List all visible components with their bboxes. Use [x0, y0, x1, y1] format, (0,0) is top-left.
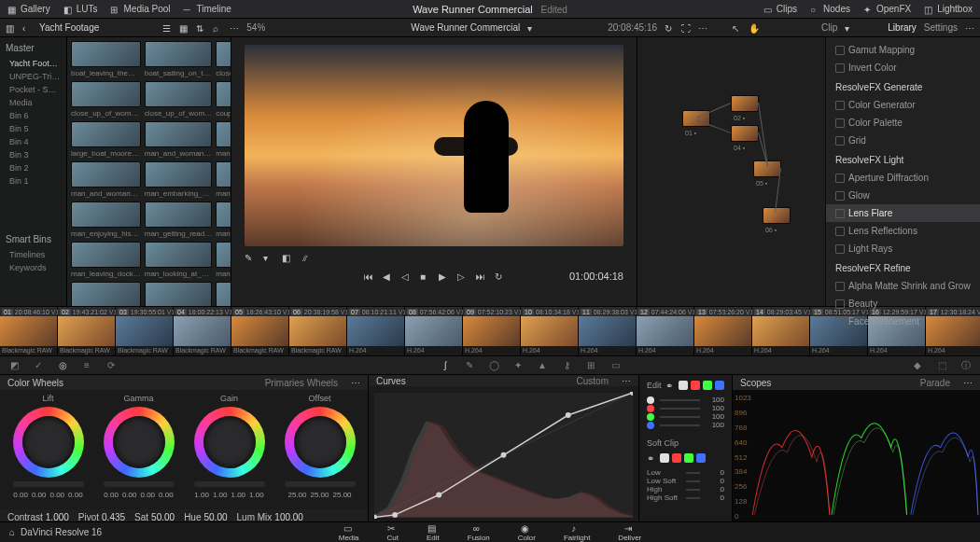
page-media[interactable]: ▭Media [339, 523, 359, 542]
loop-icon[interactable]: ↻ [665, 23, 674, 33]
smart-bin-item[interactable]: Keywords [6, 261, 61, 274]
tab-library[interactable]: Library [888, 22, 917, 33]
wipe-icon[interactable]: ◧ [282, 253, 291, 262]
reverse-play-icon[interactable]: ◁ [401, 271, 411, 281]
stop-icon[interactable]: ■ [420, 271, 429, 281]
curves-icon[interactable]: ∫ [439, 359, 452, 372]
fx-item[interactable]: Color Generator [826, 96, 980, 114]
motion-icon[interactable]: ⟳ [105, 359, 118, 372]
viewer-image[interactable] [245, 45, 623, 246]
wheel-param[interactable]: Sat50.00 [134, 512, 175, 522]
prev-frame-icon[interactable]: ◀ [383, 271, 392, 281]
tree-master[interactable]: Master [6, 43, 61, 53]
channel-chip[interactable] [696, 453, 706, 463]
wheel-param[interactable]: Lum Mix100.00 [237, 512, 303, 522]
strip-clip[interactable]: 1408:29:03:45V1H.264 [752, 307, 810, 355]
curve-intensity-slider[interactable]: 100 [647, 421, 724, 429]
media-thumb[interactable]: man_and_woman… [145, 121, 213, 158]
fx-item[interactable]: Lens Flare [826, 204, 980, 222]
tracker-icon[interactable]: ✦ [511, 359, 525, 372]
expand-icon[interactable]: ⛶ [681, 23, 691, 33]
keyframe-icon[interactable]: ◆ [911, 359, 924, 372]
media-thumb[interactable]: man_steering_wh… [216, 282, 231, 306]
curve-intensity-slider[interactable]: 100 [647, 396, 724, 404]
toolbar-clips[interactable]: ▭Clips [763, 4, 797, 14]
hand-icon[interactable]: ✋ [749, 23, 758, 33]
fx-item[interactable]: Color Palette [826, 114, 980, 132]
strip-clip[interactable]: 1108:29:38:03V1H.264 [579, 307, 637, 355]
split-icon[interactable]: ⫽ [301, 253, 310, 262]
strip-clip[interactable]: 0620:38:19:58V1Blackmagic RAW [289, 307, 347, 355]
tree-item[interactable]: Pocket - Surf Sh… [6, 83, 61, 96]
channel-chip[interactable] [679, 381, 688, 390]
wheel-ring[interactable] [285, 407, 356, 478]
wheel-slider[interactable] [13, 481, 84, 487]
toolbar-openfx[interactable]: ✦OpenFX [863, 4, 911, 14]
tree-item[interactable]: Bin 2 [6, 161, 61, 174]
wheel-param[interactable]: Pivot0.435 [78, 512, 125, 522]
more-icon[interactable]: ⋯ [963, 378, 973, 387]
softclip-row[interactable]: High Soft0 [647, 493, 724, 502]
media-thumb[interactable]: man_pulling_rope… [216, 242, 231, 278]
list-view-icon[interactable]: ☰ [162, 23, 172, 33]
page-edit[interactable]: ▤Edit [427, 523, 440, 542]
media-thumb[interactable]: close_up_of_wom… [71, 81, 141, 118]
softclip-row[interactable]: Low Soft0 [647, 477, 724, 485]
media-thumb[interactable]: man_sailing_in_th… [145, 282, 213, 306]
softclip-row[interactable]: Low0 [647, 468, 724, 477]
tree-item[interactable]: Yacht Footage [6, 57, 61, 70]
channel-chip[interactable] [703, 381, 712, 390]
sizing-icon[interactable]: ⊞ [584, 359, 597, 372]
qualifier-icon[interactable]: ✎ [463, 359, 476, 372]
strip-clip[interactable]: 0120:08:46:10V1Blackmagic RAW [0, 307, 58, 355]
toolbar-timeline[interactable]: ─Timeline [184, 4, 231, 14]
media-thumb[interactable]: man_getting_read… [145, 202, 213, 238]
wheel-center[interactable] [113, 416, 165, 468]
play-icon[interactable]: ▶ [439, 271, 448, 281]
strip-clip[interactable]: 0319:30:55:01V1Blackmagic RAW [116, 307, 174, 355]
more-icon[interactable]: ⋯ [622, 376, 631, 385]
picker-icon[interactable]: ✎ [245, 253, 254, 262]
media-thumb[interactable]: man_and_woman… [71, 161, 141, 198]
strip-clip[interactable]: 1008:10:34:18V1H.264 [521, 307, 579, 355]
curves-graph[interactable] [374, 392, 633, 519]
next-frame-icon[interactable]: ▷ [457, 271, 467, 281]
fx-item[interactable]: Face Refinement [826, 313, 980, 330]
media-thumb[interactable]: boat_sailing_on_t… [145, 41, 213, 77]
channel-chip[interactable] [660, 453, 669, 463]
node-mode[interactable]: Clip [821, 22, 837, 33]
fx-item[interactable]: Aperture Diffraction [826, 169, 980, 187]
info-icon[interactable]: ⓘ [959, 359, 973, 372]
media-thumb[interactable]: man_enjoying_his… [216, 161, 231, 198]
toolbar-nodes[interactable]: ○Nodes [810, 4, 850, 14]
tree-item[interactable]: Media [6, 96, 61, 109]
wheel-slider[interactable] [104, 481, 175, 487]
channel-chip[interactable] [691, 381, 700, 390]
scopes-mode[interactable]: Parade [920, 378, 950, 388]
fx-item[interactable]: Beauty [826, 295, 980, 313]
toolbar-mediapool[interactable]: ⊞Media Pool [110, 4, 170, 14]
wheel-center[interactable] [294, 416, 346, 468]
wheel-ring[interactable] [104, 407, 175, 478]
node-graph[interactable]: 01 ▪02 ▪04 ▪05 ▪06 ▪ [637, 37, 825, 306]
media-thumb[interactable]: man_leaving_dock… [71, 242, 141, 278]
strip-clip[interactable]: 1307:53:26:20V1H.264 [694, 307, 752, 355]
toolbar-lightbox[interactable]: ◫Lightbox [924, 4, 973, 14]
dropdown-icon[interactable]: ▾ [263, 253, 273, 262]
media-thumb[interactable]: couple_relaxing_o… [216, 81, 231, 118]
fx-item[interactable]: Lens Reflections [826, 222, 980, 240]
more-icon[interactable]: ⋯ [698, 23, 707, 33]
wheel-center[interactable] [203, 416, 256, 468]
page-color[interactable]: ◉Color [518, 523, 536, 542]
page-deliver[interactable]: ⇥Deliver [618, 523, 641, 542]
more-icon[interactable]: ⋯ [351, 378, 360, 387]
fx-item[interactable]: Gamut Mapping [826, 41, 980, 59]
dropdown-icon[interactable]: ▾ [845, 23, 854, 33]
strip-clip[interactable]: 0518:26:43:10V1Blackmagic RAW [231, 307, 289, 355]
last-frame-icon[interactable]: ⏭ [476, 271, 485, 281]
window-icon[interactable]: ◯ [487, 359, 500, 372]
strip-clip[interactable]: 0807:56:42:06V1H.264 [405, 307, 463, 355]
camera-raw-icon[interactable]: ◩ [7, 359, 21, 372]
zoom-level[interactable]: 54% [246, 22, 265, 33]
pointer-icon[interactable]: ↖ [732, 23, 741, 33]
